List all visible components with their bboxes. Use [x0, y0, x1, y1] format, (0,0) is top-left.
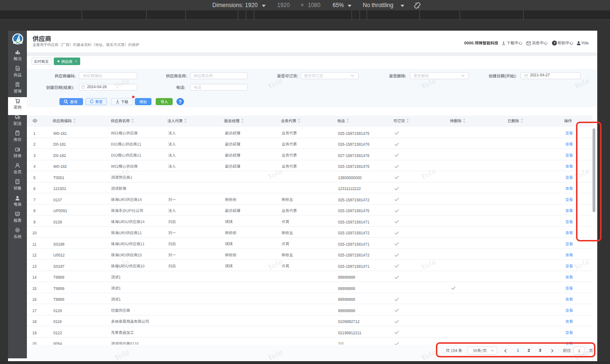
- svg-text:?: ?: [553, 41, 555, 45]
